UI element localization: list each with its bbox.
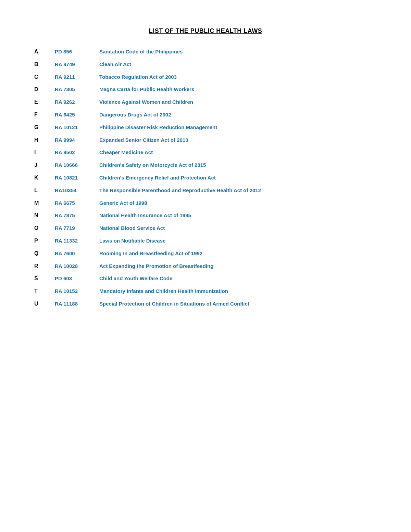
law-code: RA 9502	[55, 146, 99, 159]
law-code: RA 10152	[55, 285, 99, 298]
law-name: Tobacco Regulation Act of 2003	[99, 71, 377, 84]
law-letter: K	[34, 172, 55, 184]
table-row: DRA 7305Magna Carta for Public Health Wo…	[34, 83, 377, 96]
law-letter: L	[34, 184, 55, 197]
law-letter: E	[34, 96, 55, 109]
law-name: Magna Carta for Public Health Workers	[99, 83, 377, 96]
table-row: APD 856Sanitation Code of the Philippine…	[34, 46, 377, 58]
law-code: RA 6425	[55, 109, 99, 121]
law-name: Special Protection of Children in Situat…	[99, 298, 377, 310]
page-title: LIST OF THE PUBLIC HEALTH LAWS	[34, 27, 377, 35]
law-letter: H	[34, 134, 55, 147]
table-row: BRA 8749Clean Air Act	[34, 58, 377, 71]
table-row: LRA10354The Responsible Parenthood and R…	[34, 184, 377, 197]
law-name: Cheaper Medicine Act	[99, 146, 377, 159]
law-code: RA 9211	[55, 71, 99, 84]
law-letter: M	[34, 197, 55, 210]
law-code: RA 7875	[55, 209, 99, 222]
law-name: Children's Emergency Relief and Protecti…	[99, 172, 377, 184]
law-letter: B	[34, 58, 55, 71]
law-name: Philippine Disaster Risk Reduction Manag…	[99, 121, 377, 134]
table-row: ORA 7719National Blood Service Act	[34, 222, 377, 235]
law-name: Laws on Notifiable Disease	[99, 235, 377, 247]
law-name: Dangerous Drugs Act of 2002	[99, 109, 377, 121]
law-name: The Responsible Parenthood and Reproduct…	[99, 184, 377, 197]
law-code: RA 10821	[55, 172, 99, 184]
law-letter: A	[34, 46, 55, 58]
table-row: RRA 10028Act Expanding the Promotion of …	[34, 260, 377, 273]
table-row: KRA 10821Children's Emergency Relief and…	[34, 172, 377, 184]
law-letter: U	[34, 298, 55, 310]
laws-table: APD 856Sanitation Code of the Philippine…	[34, 46, 377, 310]
law-name: Sanitation Code of the Philippines	[99, 46, 377, 58]
law-code: RA 10028	[55, 260, 99, 273]
law-letter: F	[34, 109, 55, 121]
table-row: URA 11188Special Protection of Children …	[34, 298, 377, 310]
law-letter: C	[34, 71, 55, 84]
law-letter: R	[34, 260, 55, 273]
table-row: JRA 10666Children's Safety on Motorcycle…	[34, 159, 377, 172]
law-letter: Q	[34, 247, 55, 260]
table-row: NRA 7875National Health Insurance Act of…	[34, 209, 377, 222]
table-row: FRA 6425Dangerous Drugs Act of 2002	[34, 109, 377, 121]
law-code: RA10354	[55, 184, 99, 197]
law-name: Rooming In and Breastfeeding Act of 1992	[99, 247, 377, 260]
law-letter: P	[34, 235, 55, 247]
law-letter: G	[34, 121, 55, 134]
table-row: GRA 10121Philippine Disaster Risk Reduct…	[34, 121, 377, 134]
table-row: PRA 11332Laws on Notifiable Disease	[34, 235, 377, 247]
law-name: Mandatory Infants and Children Health Im…	[99, 285, 377, 298]
law-code: RA 7600	[55, 247, 99, 260]
law-letter: J	[34, 159, 55, 172]
law-name: Generic Act of 1998	[99, 197, 377, 210]
law-letter: S	[34, 272, 55, 285]
table-row: MRA 6675Generic Act of 1998	[34, 197, 377, 210]
table-row: HRA 9994Expanded Senior Citizen Act of 2…	[34, 134, 377, 147]
law-name: Children's Safety on Motorcycle Act of 2…	[99, 159, 377, 172]
table-row: ERA 9262Violence Against Women and Child…	[34, 96, 377, 109]
law-name: Child and Youth Welfare Code	[99, 272, 377, 285]
law-code: PD 856	[55, 46, 99, 58]
law-code: RA 8749	[55, 58, 99, 71]
law-name: Violence Against Women and Children	[99, 96, 377, 109]
law-code: RA 11332	[55, 235, 99, 247]
law-code: RA 6675	[55, 197, 99, 210]
table-row: TRA 10152Mandatory Infants and Children …	[34, 285, 377, 298]
law-code: RA 7305	[55, 83, 99, 96]
law-letter: T	[34, 285, 55, 298]
table-row: CRA 9211Tobacco Regulation Act of 2003	[34, 71, 377, 84]
law-letter: O	[34, 222, 55, 235]
law-letter: D	[34, 83, 55, 96]
law-letter: N	[34, 209, 55, 222]
law-code: RA 9994	[55, 134, 99, 147]
law-name: National Blood Service Act	[99, 222, 377, 235]
law-name: Clean Air Act	[99, 58, 377, 71]
law-name: National Health Insurance Act of 1995	[99, 209, 377, 222]
law-code: RA 10121	[55, 121, 99, 134]
table-row: QRA 7600Rooming In and Breastfeeding Act…	[34, 247, 377, 260]
law-name: Expanded Senior Citizen Act of 2010	[99, 134, 377, 147]
table-row: IRA 9502Cheaper Medicine Act	[34, 146, 377, 159]
table-row: SPD 603Child and Youth Welfare Code	[34, 272, 377, 285]
law-letter: I	[34, 146, 55, 159]
law-code: RA 9262	[55, 96, 99, 109]
law-code: RA 11188	[55, 298, 99, 310]
law-code: PD 603	[55, 272, 99, 285]
law-code: RA 7719	[55, 222, 99, 235]
law-code: RA 10666	[55, 159, 99, 172]
law-name: Act Expanding the Promotion of Breastfee…	[99, 260, 377, 273]
